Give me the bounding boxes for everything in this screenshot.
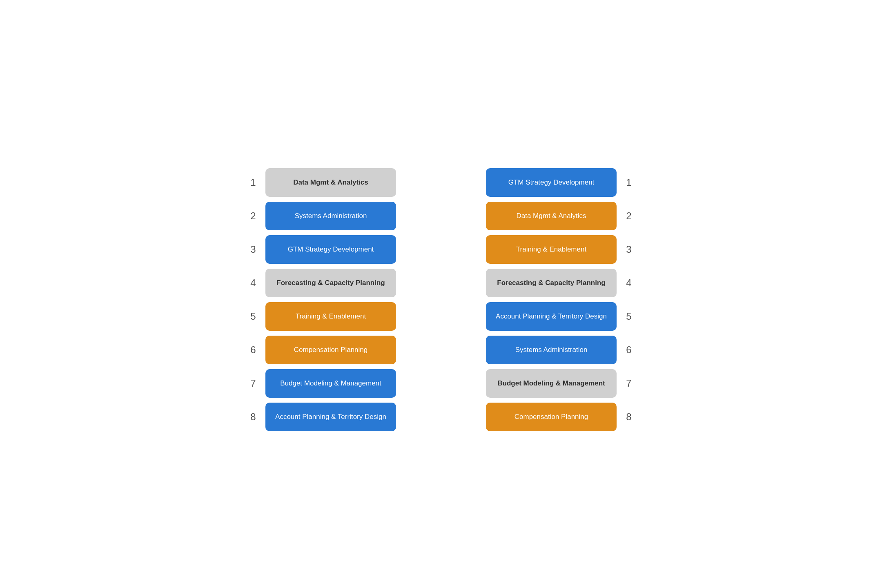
right-rank-2: 2 [617, 202, 641, 230]
left-box-8: Account Planning & Territory Design [265, 403, 396, 431]
left-rank-col: 12345678 [241, 168, 265, 436]
right-rank-col: 12345678 [617, 168, 641, 436]
right-box-2: Data Mgmt & Analytics [486, 202, 617, 230]
right-box-7: Budget Modeling & Management [486, 369, 617, 398]
left-rank-5: 5 [241, 302, 265, 331]
right-box-4: Forecasting & Capacity Planning [486, 269, 617, 297]
left-rank-1: 1 [241, 168, 265, 197]
right-rank-5: 5 [617, 302, 641, 331]
right-rank-3: 3 [617, 235, 641, 264]
right-rank-4: 4 [617, 269, 641, 297]
right-box-5: Account Planning & Territory Design [486, 302, 617, 331]
right-box-8: Compensation Planning [486, 403, 617, 431]
right-box-6: Systems Administration [486, 336, 617, 364]
left-rank-6: 6 [241, 336, 265, 364]
left-boxes-col: Data Mgmt & AnalyticsSystems Administrat… [265, 168, 396, 436]
chart-container: 12345678 Data Mgmt & AnalyticsSystems Ad… [216, 127, 666, 461]
right-box-3: Training & Enablement [486, 235, 617, 264]
left-box-4: Forecasting & Capacity Planning [265, 269, 396, 297]
right-rank-8: 8 [617, 403, 641, 431]
left-rank-2: 2 [241, 202, 265, 230]
left-box-1: Data Mgmt & Analytics [265, 168, 396, 197]
left-box-2: Systems Administration [265, 202, 396, 230]
left-box-5: Training & Enablement [265, 302, 396, 331]
right-rank-6: 6 [617, 336, 641, 364]
right-boxes-col: GTM Strategy DevelopmentData Mgmt & Anal… [486, 168, 617, 436]
left-rank-8: 8 [241, 403, 265, 431]
left-box-3: GTM Strategy Development [265, 235, 396, 264]
left-rank-3: 3 [241, 235, 265, 264]
left-rank-4: 4 [241, 269, 265, 297]
left-box-6: Compensation Planning [265, 336, 396, 364]
left-box-7: Budget Modeling & Management [265, 369, 396, 398]
right-box-1: GTM Strategy Development [486, 168, 617, 197]
chart-body: 12345678 Data Mgmt & AnalyticsSystems Ad… [241, 168, 641, 436]
right-rank-7: 7 [617, 369, 641, 398]
left-rank-7: 7 [241, 369, 265, 398]
right-rank-1: 1 [617, 168, 641, 197]
